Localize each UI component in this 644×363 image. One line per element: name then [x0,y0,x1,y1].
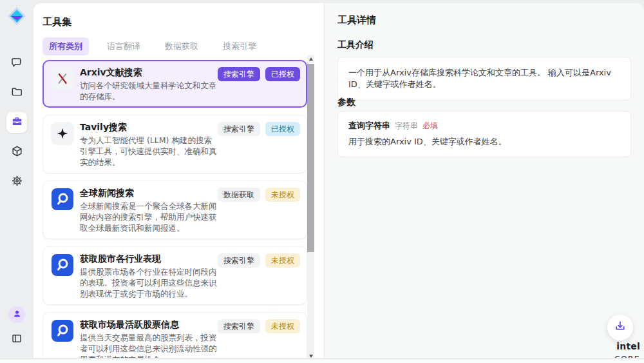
auth-status-badge: 未授权 [265,319,300,333]
intel-wordmark: intel [616,341,640,351]
arrow-down-icon [309,355,313,358]
blue-search-icon [51,253,74,277]
blue-search-icon [51,188,74,211]
auth-status-badge: 未授权 [265,253,300,268]
intro-heading: 工具介绍 [337,39,374,51]
param-type: 字符串 [395,121,418,132]
tool-card-item[interactable]: 获取市场最活跃股票信息 提供当天交易量最高的股票列表，投资者可以利用这些信息来识… [43,312,307,358]
sidebar-item-toolbox[interactable] [6,112,27,133]
gear-icon [11,175,23,190]
toolbox-icon [11,115,23,130]
arrow-up-icon [309,57,313,61]
tool-title: 获取市场最活跃股票信息 [80,318,218,331]
collapse-sidebar-button[interactable] [6,329,27,350]
tab-language-translation[interactable]: 语言翻译 [100,37,147,55]
param-name: 查询字符串 [348,120,390,132]
tool-list: Arxiv文献搜索 访问各个研究领域大量科学论文和文章的存储库。 搜索引擎 已授… [43,60,307,358]
chat-icon [11,56,23,71]
tool-title: 获取股市各行业表现 [80,252,218,265]
intro-card: 一个用于从Arxiv存储库搜索科学论文和文章的工具。 输入可以是Arxiv ID… [337,57,631,101]
sidebar-item-chat[interactable] [6,53,27,74]
sidebar-item-files[interactable] [6,83,27,103]
scroll-down-button[interactable] [307,352,314,358]
cube-icon [11,145,23,160]
category-tabs: 所有类别 语言翻译 数据获取 搜索引擎 [43,37,263,55]
arxiv-x-icon [51,67,74,90]
sidebar-item-settings[interactable] [6,172,27,192]
scroll-up-button[interactable] [307,55,314,63]
app-logo-icon [7,6,26,26]
param-description: 用于搜索的Arxiv ID、关键字或作者姓名。 [348,136,620,148]
param-card: 查询字符串 字符串 必填 用于搜索的Arxiv ID、关键字或作者姓名。 [337,111,631,157]
params-heading: 参数 [337,97,355,108]
sidebar-item-packages[interactable] [6,142,27,162]
auth-status-badge: 未授权 [265,188,300,202]
tool-description: 专为人工智能代理 (LLM) 构建的搜索引擎工具，可快速提供实时、准确和真实的结… [80,135,218,168]
category-badge: 搜索引擎 [218,253,260,268]
tool-card-item[interactable]: 全球新闻搜索 全球新闻搜索是一个聚合全球各大新闻网站内容的搜索引擎，帮助用户快速… [43,181,307,239]
tool-description: 提供股票市场各个行业在特定时间段内的表现。投资者可以利用这些信息来识别表现优于或… [80,266,218,299]
category-badge: 搜索引擎 [218,122,260,136]
window-bottom-edge [0,358,644,363]
details-title: 工具详情 [337,14,376,26]
tool-list-scrollbar [307,55,314,358]
auth-status-badge: 已授权 [265,122,300,136]
download-icon [614,320,627,335]
tool-details-panel: 工具详情 工具介绍 一个用于从Arxiv存储库搜索科学论文和文章的工具。 输入可… [324,3,644,358]
person-icon [12,309,22,321]
category-badge: 数据获取 [218,188,260,202]
category-badge: 搜索引擎 [218,319,260,333]
tool-description: 访问各个研究领域大量科学论文和文章的存储库。 [80,80,218,102]
tool-card-item[interactable]: Tavily搜索 专为人工智能代理 (LLM) 构建的搜索引擎工具，可快速提供实… [43,115,307,173]
folder-icon [11,86,23,101]
tab-search-engine[interactable]: 搜索引擎 [216,37,263,55]
sidebar [0,0,33,358]
category-badge: 搜索引擎 [218,67,260,81]
blue-search-icon [51,319,74,342]
tavily-star-icon [51,122,74,145]
scrollbar-thumb[interactable] [307,64,314,252]
tool-title: Arxiv文献搜索 [80,66,218,79]
param-required-flag: 必填 [422,121,438,132]
tool-description: 全球新闻搜索是一个聚合全球各大新闻网站内容的搜索引擎，帮助用户快速获取全球最新资… [80,201,218,233]
tab-all-categories[interactable]: 所有类别 [43,37,89,55]
tool-card-item[interactable]: 获取股市各行业表现 提供股票市场各个行业在特定时间段内的表现。投资者可以利用这些… [43,246,307,305]
tool-description: 提供当天交易量最高的股票列表，投资者可以利用这些信息来识别流动性强的股票和潜在的… [80,332,218,358]
tool-title: Tavily搜索 [80,121,218,133]
panel-toggle-icon [11,333,23,347]
toolset-panel: 工具集 所有类别 语言翻译 数据获取 搜索引擎 Arxiv文献搜索 访问各个研究… [33,3,324,358]
tab-data-fetching[interactable]: 数据获取 [158,37,205,55]
tool-card-selected[interactable]: Arxiv文献搜索 访问各个研究领域大量科学论文和文章的存储库。 搜索引擎 已授… [43,60,307,108]
download-button[interactable] [607,315,633,340]
user-avatar[interactable] [8,306,25,323]
auth-status-badge: 已授权 [265,67,300,81]
page-title: 工具集 [43,16,71,28]
tool-title: 全球新闻搜索 [80,186,218,199]
